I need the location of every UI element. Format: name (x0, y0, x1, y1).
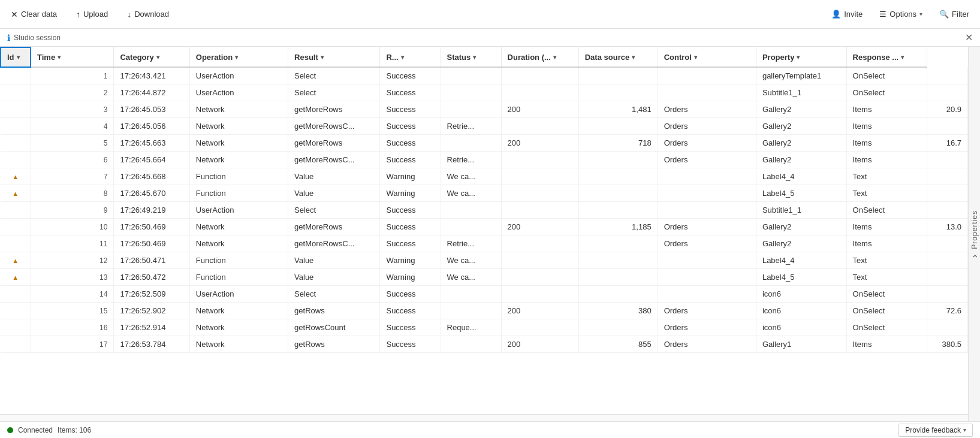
response-cell (927, 269, 968, 286)
session-bar: ℹ Studio session ✕ (0, 29, 980, 47)
id-cell: 10 (31, 219, 114, 235)
table-row[interactable]: 617:26:45.664NetworkgetMoreRowsC...Succe… (1, 152, 968, 168)
time-cell: 17:26:50.469 (114, 235, 189, 252)
col-duration[interactable]: Duration (... ▾ (501, 47, 578, 67)
options-chevron-icon: ▾ (919, 11, 922, 17)
filter-button[interactable]: 🔍 Filter (936, 7, 973, 21)
status-bar: Connected Items: 106 Provide feedback ▾ (0, 421, 980, 438)
category-cell: Function (189, 185, 288, 202)
time-cell: 17:26:50.469 (114, 219, 189, 235)
property-sort-icon: ▾ (797, 54, 800, 61)
result-cell: Success (380, 319, 441, 336)
side-panel-label: Properties (970, 210, 979, 249)
category-cell: Network (189, 135, 288, 152)
duration-cell (578, 185, 658, 202)
col-id[interactable]: Id ▾ (1, 47, 31, 67)
warning-triangle-icon: ▲ (12, 173, 19, 180)
upload-button[interactable]: ↑ Upload (73, 7, 111, 22)
category-cell: Function (189, 168, 288, 185)
col-result[interactable]: Result ▾ (288, 47, 380, 67)
response-cell (927, 152, 968, 168)
result-cell: Success (380, 286, 441, 303)
property-cell: Text (846, 168, 927, 185)
horizontal-scroll-area[interactable] (0, 414, 968, 421)
id-cell: 16 (31, 319, 114, 336)
duration-cell (578, 202, 658, 219)
table-body: 117:26:43.421UserActionSelectSuccessgall… (1, 67, 968, 353)
col-response[interactable]: Response ... ▾ (846, 47, 927, 67)
table-row[interactable]: 217:26:44.872UserActionSelectSuccessSubt… (1, 84, 968, 101)
table-row[interactable]: 1617:26:52.914NetworkgetRowsCountSuccess… (1, 319, 968, 336)
download-button[interactable]: ↓ Download (123, 7, 173, 22)
table-row[interactable]: ▲1217:26:50.471FunctionValueWarningWe ca… (1, 252, 968, 269)
table-row[interactable]: 1117:26:50.469NetworkgetMoreRowsC...Succ… (1, 235, 968, 252)
table-row[interactable]: ▲717:26:45.668FunctionValueWarningWe ca.… (1, 168, 968, 185)
id-cell: 13 (31, 269, 114, 286)
col-time[interactable]: Time ▾ (31, 47, 114, 67)
warning-cell (1, 101, 31, 118)
control-cell: Label4_4 (756, 168, 846, 185)
col-r[interactable]: R... ▾ (380, 47, 441, 67)
session-close-button[interactable]: ✕ (965, 32, 973, 43)
clear-data-button[interactable]: ✕ Clear data (7, 7, 61, 22)
invite-button[interactable]: 👤 Invite (828, 7, 866, 21)
table-row[interactable]: 1417:26:52.509UserActionSelectSuccessico… (1, 286, 968, 303)
response-cell (927, 252, 968, 269)
operation-cell: getMoreRows (288, 101, 380, 118)
table-row[interactable]: 1017:26:50.469NetworkgetMoreRowsSuccess2… (1, 219, 968, 235)
table-row[interactable]: 117:26:43.421UserActionSelectSuccessgall… (1, 67, 968, 84)
col-datasource[interactable]: Data source ▾ (578, 47, 658, 67)
result-cell: Warning (380, 269, 441, 286)
time-cell: 17:26:53.784 (114, 336, 189, 353)
result-cell: Success (380, 219, 441, 235)
col-control[interactable]: Control ▾ (658, 47, 756, 67)
response-cell (927, 202, 968, 219)
col-status[interactable]: Status ▾ (441, 47, 501, 67)
result-cell: Success (380, 152, 441, 168)
property-cell: OnSelect (846, 319, 927, 336)
control-cell: Gallery2 (756, 152, 846, 168)
datasource-cell (658, 286, 756, 303)
result-cell: Success (380, 84, 441, 101)
result-cell: Success (380, 202, 441, 219)
warning-cell: ▲ (1, 269, 31, 286)
properties-side-panel[interactable]: Properties › (968, 47, 980, 421)
table-row[interactable]: ▲1317:26:50.472FunctionValueWarningWe ca… (1, 269, 968, 286)
table-scroll-wrapper[interactable]: Id ▾ Time ▾ Category ▾ Operation ▾ Resul (0, 47, 968, 414)
warning-cell (1, 152, 31, 168)
category-cell: Network (189, 219, 288, 235)
duration-cell (578, 286, 658, 303)
provide-feedback-button[interactable]: Provide feedback ▾ (898, 424, 973, 437)
table-row[interactable]: ▲817:26:45.670FunctionValueWarningWe ca.… (1, 185, 968, 202)
r-cell: We ca... (441, 269, 501, 286)
status-cell (501, 152, 578, 168)
category-cell: Network (189, 152, 288, 168)
result-cell: Success (380, 101, 441, 118)
connected-label: Connected (18, 426, 53, 434)
warning-cell (1, 235, 31, 252)
table-row[interactable]: 1517:26:52.902NetworkgetRowsSuccess20038… (1, 303, 968, 319)
options-button[interactable]: ☰ Options ▾ (876, 7, 926, 21)
control-cell: Gallery2 (756, 235, 846, 252)
id-cell: 7 (31, 168, 114, 185)
result-cell: Warning (380, 252, 441, 269)
col-property[interactable]: Property ▾ (756, 47, 846, 67)
category-cell: UserAction (189, 84, 288, 101)
property-cell: Items (846, 118, 927, 135)
warning-cell (1, 303, 31, 319)
options-icon: ☰ (879, 10, 886, 19)
property-cell: OnSelect (846, 286, 927, 303)
status-cell (501, 286, 578, 303)
table-row[interactable]: 917:26:49.219UserActionSelectSuccessSubt… (1, 202, 968, 219)
datasource-cell: Orders (658, 152, 756, 168)
col-category[interactable]: Category ▾ (114, 47, 189, 67)
table-row[interactable]: 517:26:45.663NetworkgetMoreRowsSuccess20… (1, 135, 968, 152)
status-cell (501, 319, 578, 336)
col-operation[interactable]: Operation ▾ (189, 47, 288, 67)
table-row[interactable]: 417:26:45.056NetworkgetMoreRowsC...Succe… (1, 118, 968, 135)
operation-cell: Select (288, 286, 380, 303)
table-row[interactable]: 1717:26:53.784NetworkgetRowsSuccess20085… (1, 336, 968, 353)
status-cell: 200 (501, 303, 578, 319)
time-cell: 17:26:44.872 (114, 84, 189, 101)
table-row[interactable]: 317:26:45.053NetworkgetMoreRowsSuccess20… (1, 101, 968, 118)
